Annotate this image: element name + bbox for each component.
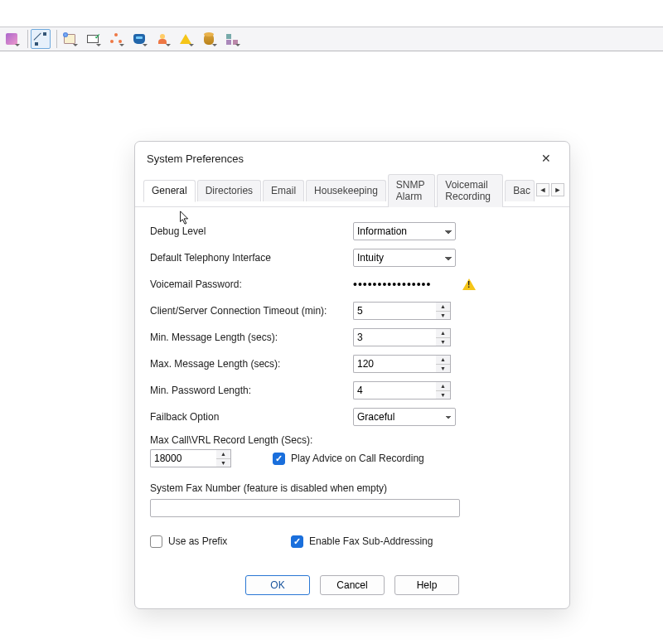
tab-snmp-alarm[interactable]: SNMP Alarm (388, 174, 436, 207)
voicemail-password-label: Voicemail Password: (150, 278, 353, 290)
close-button[interactable]: ✕ (533, 148, 559, 168)
min-password-length-label: Min. Password Length: (150, 385, 353, 396)
spin-down[interactable]: ▼ (436, 338, 450, 346)
min-password-length-spinner[interactable]: ▲▼ (353, 381, 451, 399)
connection-timeout-label: Client/Server Connection Timeout (min): (150, 305, 353, 317)
tab-scroll-left[interactable]: ◄ (536, 183, 549, 196)
cancel-button[interactable]: Cancel (320, 575, 385, 595)
min-message-length-spinner[interactable]: ▲▼ (353, 328, 451, 346)
play-advice-checkbox[interactable]: Play Advice on Call Recording (273, 453, 424, 465)
max-call-length-input[interactable] (150, 449, 216, 467)
dialog-titlebar: System Preferences ✕ (135, 142, 569, 173)
spin-down[interactable]: ▼ (436, 365, 450, 373)
connection-timeout-spinner[interactable]: ▲▼ (353, 302, 451, 320)
min-message-length-label: Min. Message Length (secs): (150, 332, 353, 343)
telephony-interface-select[interactable]: Intuity (353, 249, 456, 267)
warning-icon (462, 278, 476, 290)
system-fax-number-label: System Fax Number (feature is disabled w… (150, 482, 554, 494)
toolbar-boxes-icon[interactable] (222, 29, 242, 49)
checkbox-icon (150, 535, 162, 548)
debug-level-select[interactable]: Information (353, 222, 456, 240)
spin-down[interactable]: ▼ (216, 459, 230, 467)
telephony-interface-label: Default Telephony Interface (150, 252, 353, 264)
enable-fax-subaddressing-label: Enable Fax Sub-Addressing (309, 535, 433, 547)
checkbox-icon (273, 453, 285, 465)
ok-button[interactable]: OK (245, 575, 310, 595)
tab-general[interactable]: General (143, 180, 196, 202)
tab-voicemail-recording[interactable]: Voicemail Recording (437, 174, 503, 207)
tab-backup[interactable]: Bac (505, 180, 535, 201)
max-call-length-spinner[interactable]: ▲▼ (150, 449, 231, 467)
spin-up[interactable]: ▲ (216, 450, 230, 459)
toolbar-user-icon[interactable] (152, 29, 172, 49)
tab-directories[interactable]: Directories (197, 180, 261, 201)
play-advice-label: Play Advice on Call Recording (291, 453, 424, 464)
use-as-prefix-label: Use as Prefix (168, 535, 227, 547)
failback-option-select[interactable]: Graceful (353, 408, 456, 426)
toolbar-warning-icon[interactable] (176, 29, 196, 49)
toolbar-database-icon[interactable] (199, 29, 219, 49)
toolbar-server-icon[interactable] (60, 29, 80, 49)
min-message-length-input[interactable] (353, 328, 436, 346)
main-toolbar (0, 27, 663, 51)
toolbar-split-icon[interactable] (2, 29, 22, 49)
dialog-button-row: OK Cancel Help (135, 569, 569, 608)
tab-scroll-right[interactable]: ► (551, 183, 564, 196)
toolbar-connector-icon[interactable] (31, 29, 51, 49)
spin-up[interactable]: ▲ (436, 382, 450, 391)
max-message-length-spinner[interactable]: ▲▼ (353, 355, 451, 373)
tab-email[interactable]: Email (263, 180, 304, 201)
dialog-content: Debug Level Information Default Telephon… (135, 207, 569, 569)
tab-housekeeping[interactable]: Housekeeping (306, 180, 386, 201)
spin-up[interactable]: ▲ (436, 303, 450, 312)
failback-option-label: Failback Option (150, 411, 353, 423)
spin-down[interactable]: ▼ (436, 312, 450, 320)
toolbar-phone-icon[interactable] (129, 29, 149, 49)
debug-level-label: Debug Level (150, 225, 353, 237)
tab-bar: General Directories Email Housekeeping S… (135, 173, 569, 207)
help-button[interactable]: Help (394, 575, 459, 595)
dialog-title: System Preferences (147, 153, 244, 165)
voicemail-password-input[interactable] (353, 275, 452, 293)
system-fax-number-input[interactable] (150, 499, 460, 517)
min-password-length-input[interactable] (353, 381, 436, 399)
close-icon: ✕ (541, 152, 551, 165)
spin-down[interactable]: ▼ (436, 391, 450, 399)
max-message-length-label: Max. Message Length (secs): (150, 358, 353, 370)
connection-timeout-input[interactable] (353, 302, 436, 320)
checkbox-icon (291, 535, 303, 548)
spin-up[interactable]: ▲ (436, 329, 450, 338)
max-call-length-label: Max Call\VRL Record Length (Secs): (150, 434, 554, 446)
toolbar-nodes-icon[interactable] (106, 29, 126, 49)
max-message-length-input[interactable] (353, 355, 436, 373)
enable-fax-subaddressing-checkbox[interactable]: Enable Fax Sub-Addressing (291, 535, 433, 548)
system-preferences-dialog: System Preferences ✕ General Directories… (134, 141, 570, 609)
use-as-prefix-checkbox[interactable]: Use as Prefix (150, 535, 291, 548)
toolbar-monitor-icon[interactable] (83, 29, 103, 49)
spin-up[interactable]: ▲ (436, 356, 450, 365)
